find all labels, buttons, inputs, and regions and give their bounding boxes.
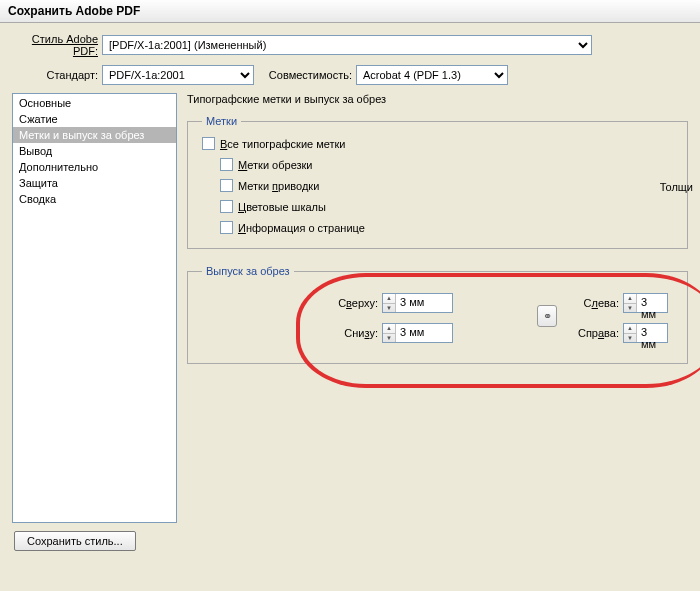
window-titlebar: Сохранить Adobe PDF	[0, 0, 700, 23]
chevron-down-icon[interactable]: ▼	[624, 334, 636, 343]
label-all-marks: Все типографские метки	[220, 138, 346, 150]
sidebar-item-general[interactable]: Основные	[13, 95, 176, 111]
bleed-group: Выпуск за обрез Сверху: ▲ ▼ 3 мм Слева:	[187, 265, 688, 364]
bleed-top-label: Сверху:	[202, 297, 382, 309]
chevron-down-icon[interactable]: ▼	[383, 334, 395, 343]
thickness-label-partial: Толщи	[660, 181, 693, 193]
sidebar-item-security[interactable]: Защита	[13, 175, 176, 191]
panel-title: Типографские метки и выпуск за обрез	[187, 93, 688, 105]
chevron-up-icon[interactable]: ▲	[624, 324, 636, 334]
bleed-bottom-value[interactable]: 3 мм	[396, 324, 452, 342]
checkbox-page-info[interactable]	[220, 221, 233, 234]
standard-select[interactable]: PDF/X-1a:2001	[102, 65, 254, 85]
chevron-up-icon[interactable]: ▲	[383, 324, 395, 334]
sidebar-item-advanced[interactable]: Дополнительно	[13, 159, 176, 175]
bleed-left-spinner[interactable]: ▲ ▼ 3 мм	[623, 293, 668, 313]
bleed-bottom-spinner[interactable]: ▲ ▼ 3 мм	[382, 323, 453, 343]
label-trim-marks: Метки обрезки	[238, 159, 313, 171]
chevron-down-icon[interactable]: ▼	[624, 304, 636, 313]
bleed-bottom-label: Снизу:	[202, 327, 382, 339]
sidebar-item-output[interactable]: Вывод	[13, 143, 176, 159]
style-select[interactable]: [PDF/X-1a:2001] (Измененный)	[102, 35, 592, 55]
standard-label: Стандарт:	[12, 69, 102, 81]
link-values-button[interactable]: ⚭	[537, 305, 557, 327]
compat-label: Совместимость:	[254, 69, 356, 81]
chevron-up-icon[interactable]: ▲	[624, 294, 636, 304]
label-color-bars: Цветовые шкалы	[238, 201, 326, 213]
sidebar-item-compression[interactable]: Сжатие	[13, 111, 176, 127]
save-style-button[interactable]: Сохранить стиль...	[14, 531, 136, 551]
compat-select[interactable]: Acrobat 4 (PDF 1.3)	[356, 65, 508, 85]
bleed-right-spinner[interactable]: ▲ ▼ 3 мм	[623, 323, 668, 343]
style-label: Стиль Adobe PDF:	[12, 33, 102, 57]
bleed-right-value[interactable]: 3 мм	[637, 324, 667, 342]
marks-legend: Метки	[202, 115, 241, 127]
bleed-left-value[interactable]: 3 мм	[637, 294, 667, 312]
checkbox-trim-marks[interactable]	[220, 158, 233, 171]
sidebar-item-marks-bleed[interactable]: Метки и выпуск за обрез	[13, 127, 176, 143]
checkbox-all-marks[interactable]	[202, 137, 215, 150]
chevron-down-icon[interactable]: ▼	[383, 304, 395, 313]
checkbox-color-bars[interactable]	[220, 200, 233, 213]
sidebar-item-summary[interactable]: Сводка	[13, 191, 176, 207]
bleed-legend: Выпуск за обрез	[202, 265, 294, 277]
category-sidebar: Основные Сжатие Метки и выпуск за обрез …	[12, 93, 177, 523]
checkbox-reg-marks[interactable]	[220, 179, 233, 192]
label-page-info: Информация о странице	[238, 222, 365, 234]
spinner-buttons[interactable]: ▲ ▼	[624, 324, 637, 342]
bleed-right-label: Справа:	[453, 327, 623, 339]
window-title: Сохранить Adobe PDF	[8, 4, 140, 18]
marks-group: Метки Все типографские метки Метки обрез…	[187, 115, 688, 249]
bleed-top-spinner[interactable]: ▲ ▼ 3 мм	[382, 293, 453, 313]
link-icon: ⚭	[543, 310, 552, 323]
bleed-top-value[interactable]: 3 мм	[396, 294, 452, 312]
spinner-buttons[interactable]: ▲ ▼	[383, 324, 396, 342]
spinner-buttons[interactable]: ▲ ▼	[624, 294, 637, 312]
spinner-buttons[interactable]: ▲ ▼	[383, 294, 396, 312]
chevron-up-icon[interactable]: ▲	[383, 294, 395, 304]
label-reg-marks: Метки приводки	[238, 180, 319, 192]
